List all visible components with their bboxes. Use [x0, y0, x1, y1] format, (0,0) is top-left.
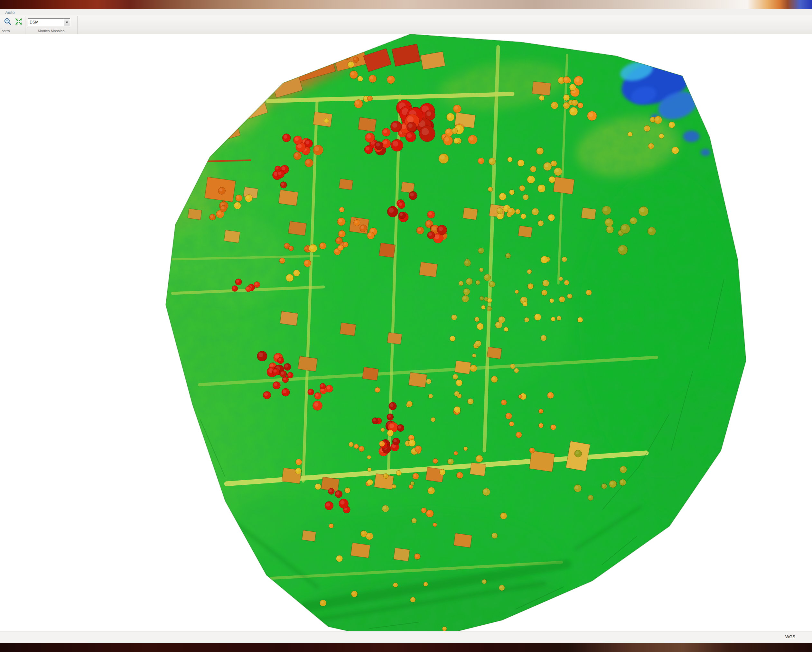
status-bar: WGS: [0, 631, 812, 643]
menu-bar: Aiuto: [0, 9, 812, 16]
zoom-out-button[interactable]: [3, 18, 12, 27]
group-label-view: ostra: [2, 29, 10, 33]
layer-select-value: DSM: [28, 19, 64, 26]
layer-select-dropdown[interactable]: DSM: [27, 18, 70, 26]
menu-item-aiuto[interactable]: Aiuto: [3, 10, 17, 15]
group-label-modify-mosaic: Modica Mosaico: [25, 29, 77, 33]
cropped-upper-window-strip: [0, 0, 812, 9]
crs-status-text: WGS: [785, 634, 795, 639]
dropdown-arrow-glyph: [66, 21, 68, 23]
zoom-out-icon: [3, 17, 12, 27]
zoom-extents-button[interactable]: [14, 18, 23, 27]
toolbar-group-labels: ostra Modica Mosaico: [0, 29, 812, 34]
zoom-extents-icon: [15, 18, 23, 27]
cropped-lower-window-strip: [0, 643, 812, 652]
toolbar-ribbon: DSM ostra Modica Mosaico: [0, 15, 812, 34]
toolbar-row: DSM: [0, 15, 812, 29]
dsm-map[interactable]: [0, 34, 812, 631]
map-viewport[interactable]: [0, 34, 812, 631]
dropdown-arrow-icon[interactable]: [64, 19, 70, 26]
